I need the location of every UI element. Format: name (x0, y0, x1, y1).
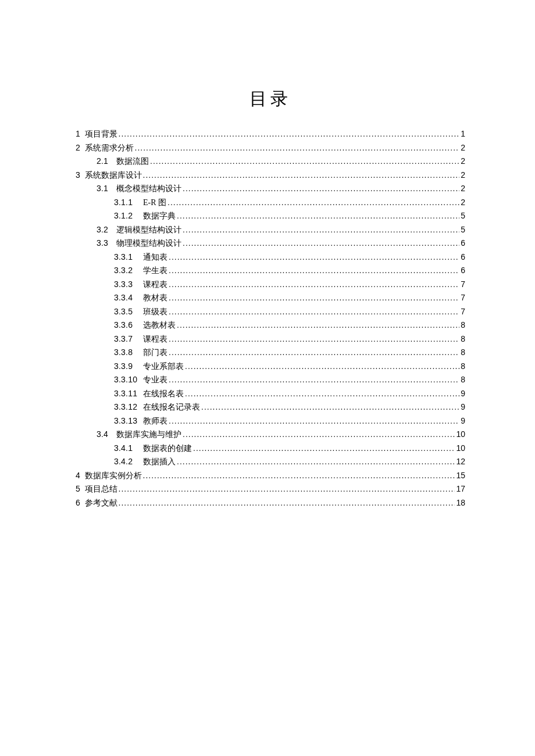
toc-entry[interactable]: 3.4.2数据插入...............................… (76, 455, 465, 469)
toc-leader-dots: ........................................… (169, 305, 459, 318)
toc-entry-text: 数据字典 (143, 210, 176, 223)
toc-entry-page: 17 (456, 482, 465, 496)
toc-entry-number: 3.3.13 (114, 414, 141, 428)
toc-entry-text: 数据插入 (143, 456, 176, 469)
toc-leader-dots: ........................................… (169, 373, 459, 386)
toc-entry-number: 3.3.8 (114, 346, 141, 359)
toc-entry-lead: 1 项目背景 (76, 127, 117, 141)
toc-entry-text: 数据库实施与维护 (116, 428, 181, 442)
toc-entry-text: 数据流图 (116, 155, 149, 169)
toc-entry-number: 3 (76, 170, 80, 180)
toc-entry-page: 10 (456, 428, 465, 441)
toc-entry-text: 数据库实例分析 (83, 471, 142, 480)
toc-entry[interactable]: 3.3.1通知表................................… (76, 250, 465, 264)
toc-entry[interactable]: 3.3.13教师表...............................… (76, 414, 465, 428)
toc-leader-dots: ........................................… (143, 169, 460, 182)
toc-entry[interactable]: 3.3.6选教材表...............................… (76, 318, 465, 332)
toc-entry[interactable]: 2.1数据流图.................................… (76, 155, 465, 169)
toc-entry[interactable]: 3.1.2数据字典...............................… (76, 209, 465, 223)
toc-leader-dots: ........................................… (169, 414, 459, 428)
toc-leader-dots: ........................................… (185, 360, 459, 373)
toc-entry[interactable]: 2 系统需求分析................................… (76, 141, 465, 155)
toc-entry-page: 8 (461, 332, 465, 346)
toc-entry[interactable]: 3.3.8部门表................................… (76, 346, 465, 360)
toc-entry-number: 3.3.6 (114, 318, 141, 332)
toc-entry-page: 18 (456, 496, 465, 510)
toc-leader-dots: ........................................… (169, 264, 459, 277)
toc-leader-dots: ........................................… (169, 332, 459, 346)
toc-entry-number: 3.3.2 (114, 264, 141, 277)
toc-entry-page: 2 (461, 155, 465, 168)
toc-entry-lead: 6 参考文献 (76, 496, 117, 510)
toc-entry-number: 3.4.1 (114, 442, 141, 455)
toc-entry-text: 选教材表 (143, 319, 176, 332)
toc-entry[interactable]: 3.3.12在线报名记录表...........................… (76, 400, 465, 414)
toc-entry[interactable]: 3.3.4教材表................................… (76, 291, 465, 305)
toc-entry-number: 3.3.1 (114, 250, 141, 264)
toc-entry[interactable]: 3.3.2学生表................................… (76, 264, 465, 278)
toc-entry-page: 9 (461, 414, 465, 428)
toc-leader-dots: ........................................… (169, 278, 459, 291)
toc-leader-dots: ........................................… (119, 127, 460, 141)
toc-leader-dots: ........................................… (183, 428, 455, 441)
toc-entry[interactable]: 3.3.9专业系部表..............................… (76, 360, 465, 374)
toc-entry-page: 5 (461, 209, 465, 223)
toc-entry-page: 7 (461, 291, 465, 304)
toc-entry-text: 课程表 (143, 333, 167, 346)
toc-entry-text: 数据表的创建 (143, 442, 192, 456)
toc-entry-number: 3.3.12 (114, 400, 141, 414)
toc-leader-dots: ........................................… (183, 182, 459, 195)
toc-entry[interactable]: 3.2逻辑模型结构设计.............................… (76, 223, 465, 237)
table-of-contents: 1 项目背景..................................… (76, 127, 465, 510)
toc-entry-page: 6 (461, 237, 465, 250)
toc-entry-page: 2 (461, 182, 465, 195)
toc-entry-page: 2 (461, 169, 465, 182)
toc-entry[interactable]: 6 参考文献..................................… (76, 496, 465, 510)
toc-entry-text: 系统需求分析 (83, 144, 134, 152)
toc-entry[interactable]: 3.4数据库实施与维护.............................… (76, 428, 465, 442)
toc-entry[interactable]: 3.1概念模型结构设计.............................… (76, 182, 465, 196)
toc-entry-number: 3.3.9 (114, 360, 141, 373)
toc-entry-lead: 3 系统数据库设计 (76, 169, 142, 182)
toc-entry-text: 专业表 (143, 374, 167, 387)
toc-entry[interactable]: 3.3.3课程表................................… (76, 278, 465, 292)
toc-entry-text: 通知表 (143, 251, 167, 264)
toc-entry-text: 教材表 (143, 292, 167, 305)
toc-entry-text: 项目背景 (83, 130, 117, 138)
toc-entry-number: 3.3.3 (114, 278, 141, 291)
toc-entry-lead: 2 系统需求分析 (76, 141, 134, 155)
toc-entry-lead: 4 数据库实例分析 (76, 469, 142, 483)
toc-entry-number: 3.1 (97, 182, 114, 195)
toc-entry[interactable]: 1 项目背景..................................… (76, 127, 465, 141)
toc-entry-text: E-R 图 (143, 196, 166, 210)
toc-entry-page: 15 (456, 469, 465, 482)
toc-entry-text: 项目总结 (83, 485, 117, 493)
toc-leader-dots: ........................................… (119, 482, 455, 496)
toc-entry-number: 1 (76, 129, 80, 138)
toc-entry[interactable]: 5 项目总结..................................… (76, 482, 465, 496)
toc-entry[interactable]: 3.4.1数据表的创建.............................… (76, 442, 465, 456)
toc-leader-dots: ........................................… (185, 387, 459, 400)
toc-entry-number: 3.3.5 (114, 305, 141, 318)
toc-entry[interactable]: 3.3.5班级表................................… (76, 305, 465, 319)
toc-leader-dots: ........................................… (177, 455, 455, 468)
toc-entry[interactable]: 4 数据库实例分析...............................… (76, 469, 465, 483)
toc-entry[interactable]: 3.3.11在线报名表.............................… (76, 387, 465, 401)
toc-entry[interactable]: 3.3.7课程表................................… (76, 332, 465, 346)
toc-entry-number: 3.3.7 (114, 332, 141, 346)
toc-entry-text: 系统数据库设计 (83, 171, 142, 180)
toc-entry-page: 10 (456, 442, 465, 455)
toc-entry-page: 8 (461, 346, 465, 359)
toc-entry-number: 2 (76, 143, 80, 152)
toc-entry-page: 9 (461, 400, 465, 414)
toc-entry[interactable]: 3.1.1E-R 图..............................… (76, 196, 465, 210)
toc-entry-page: 1 (461, 127, 465, 141)
toc-entry[interactable]: 3.3.10专业表...............................… (76, 373, 465, 387)
toc-entry-page: 7 (461, 305, 465, 318)
toc-entry[interactable]: 3 系统数据库设计...............................… (76, 169, 465, 182)
toc-entry-number: 3.4.2 (114, 455, 141, 468)
toc-entry-page: 5 (461, 223, 465, 237)
toc-entry-text: 部门表 (143, 346, 167, 360)
toc-entry[interactable]: 3.3物理模型结构设计.............................… (76, 237, 465, 250)
toc-entry-number: 3.2 (97, 223, 114, 237)
